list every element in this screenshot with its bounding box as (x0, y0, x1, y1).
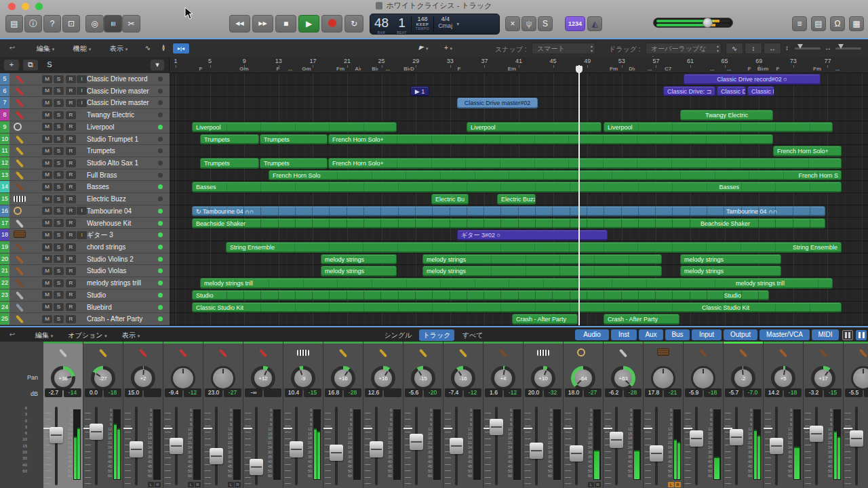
fader-handle[interactable] (810, 426, 823, 442)
track-row[interactable]: 16MSRITambourine 04 (0, 205, 170, 218)
track-name[interactable]: Studio Alto Sax 1 (87, 159, 138, 168)
record-enable-button[interactable]: R (66, 219, 76, 227)
waveform-zoom-button[interactable]: ∿ (726, 43, 743, 54)
filter-audio[interactable]: Audio (575, 329, 609, 340)
filter-output[interactable]: Output (724, 329, 757, 340)
region[interactable]: melody strings (680, 266, 781, 277)
region[interactable]: Classic D (717, 86, 746, 97)
fader-handle[interactable] (210, 448, 223, 464)
menu-edit[interactable]: 編集 ▾ (28, 43, 62, 54)
record-button[interactable] (321, 15, 342, 33)
solo-button[interactable]: S (54, 267, 64, 275)
filter-midi[interactable]: MIDI (812, 329, 839, 340)
input-monitor-button[interactable]: I (77, 231, 87, 239)
fader-handle[interactable] (490, 419, 503, 435)
smart-controls-button[interactable]: ◎ (85, 15, 104, 33)
pan-knob[interactable]: +17 (811, 366, 835, 390)
vertical-zoom-thumb[interactable] (797, 44, 803, 49)
track-row[interactable]: 13MSRFull Brass (0, 169, 170, 182)
volume-value[interactable]: -9.4 (165, 388, 182, 397)
mute-button[interactable]: M (42, 219, 52, 227)
volume-value[interactable]: 12.6 (365, 388, 382, 397)
channel-strip[interactable]: +12-∞0 3 6 9 12 15 18 21 24 30 35 40 45 … (243, 342, 283, 488)
volume-value[interactable]: 16.8 (325, 388, 342, 397)
fader-handle[interactable] (450, 438, 463, 454)
track-row[interactable]: 15MSRElectric Buzz (0, 193, 170, 205)
volume-value[interactable]: 0.0 (85, 388, 102, 397)
record-enable-button[interactable]: R (66, 243, 76, 251)
note-pad-button[interactable]: ▤ (811, 16, 826, 31)
mute-button[interactable]: M (42, 183, 52, 191)
mixer-menu-view[interactable]: 表示 ▾ (114, 329, 148, 341)
solo-button[interactable]: S (54, 147, 64, 155)
volume-value[interactable]: -5.5 (845, 388, 863, 397)
pan-knob[interactable]: +16 (371, 366, 395, 390)
track-row[interactable]: 14MSRBasses (0, 181, 170, 193)
pan-knob[interactable] (211, 366, 235, 390)
track-name[interactable]: Full Brass (87, 171, 117, 180)
quick-help-button[interactable]: ? (43, 15, 61, 33)
catch-playhead-button[interactable]: ▸|◂ (172, 43, 190, 54)
track-header-options-button[interactable]: ▾ (151, 60, 164, 70)
solo-button[interactable]: S (54, 207, 64, 215)
solo-button[interactable]: S (54, 99, 64, 107)
region[interactable]: Liverpool (604, 122, 833, 133)
mute-button[interactable]: M (42, 75, 52, 83)
solo-button[interactable]: S (54, 111, 64, 119)
volume-value[interactable]: 1.6 (485, 388, 502, 397)
record-enable-button[interactable]: R (66, 123, 76, 131)
metronome-button[interactable]: ◭ (587, 16, 602, 31)
solo-button[interactable]: S (54, 219, 64, 227)
fader-handle[interactable] (290, 441, 303, 458)
record-enable-button[interactable]: R (66, 183, 76, 191)
duplicate-track-button[interactable]: ⧉ (23, 60, 38, 70)
pan-knob[interactable]: +2 (131, 366, 155, 390)
track-row[interactable]: 5MSRIClassic Drive record (0, 73, 170, 85)
flex-button[interactable]: ≬ (156, 43, 171, 54)
region[interactable]: ↻ Tambourine 04 ∩∩Tambourine 04 ∩∩ (192, 206, 825, 217)
record-enable-button[interactable]: R (66, 231, 76, 239)
record-enable-button[interactable]: R (66, 195, 76, 203)
tuner-button[interactable]: ψ (521, 16, 536, 31)
fader-handle[interactable] (90, 424, 103, 440)
playhead-pin[interactable] (576, 66, 583, 73)
solo-button[interactable]: S (54, 315, 64, 323)
pan-knob[interactable]: +12 (251, 366, 275, 390)
wide-channel-view-button[interactable] (856, 330, 867, 340)
volume-value[interactable]: -5.9 (685, 388, 703, 397)
track-name[interactable]: Tambourine 04 (87, 207, 132, 216)
channel-strip[interactable]: -15-5.6-200 3 6 9 12 15 18 21 24 30 35 4… (403, 342, 443, 488)
input-monitor-button[interactable]: I (77, 207, 87, 215)
channel-strip[interactable]: +1612.60 3 6 9 12 15 18 21 24 30 35 40 4… (363, 342, 403, 488)
mixer-tab-すべて[interactable]: すべて (457, 329, 488, 341)
region[interactable]: Trumpets (260, 134, 328, 145)
mixer-menu-edit[interactable]: 編集 ▾ (27, 329, 61, 341)
track-row[interactable]: 18MSRIギター 3 (0, 229, 170, 241)
track-row[interactable]: 7MSRIClassic Drive master (0, 97, 170, 109)
track-name[interactable]: Studio Violas (87, 266, 126, 276)
play-button[interactable]: ▶ (298, 15, 319, 33)
volume-value[interactable]: -5.7 (725, 388, 743, 397)
mute-button[interactable]: M (42, 303, 52, 311)
record-enable-button[interactable]: R (66, 207, 76, 215)
track-name[interactable]: Basses (87, 182, 109, 192)
channel-strip[interactable]: +215.00 3 6 9 12 15 18 21 24 30 35 40 45… (123, 342, 163, 488)
fader-handle[interactable] (410, 434, 423, 450)
region[interactable]: French Horn Solo+ (328, 134, 773, 145)
pointer-tool-button[interactable]: ◤ ▾ (412, 43, 435, 54)
volume-value[interactable]: 15.0 (125, 388, 142, 397)
region[interactable]: Crash - After Party (512, 314, 578, 325)
channel-strip[interactable]: -5.50 3 6 9 12 15 18 21 24 30 35 40 45 5… (844, 342, 868, 488)
track-name[interactable]: Trumpets (87, 146, 115, 156)
solo-button[interactable]: S (54, 255, 64, 263)
record-enable-button[interactable]: R (66, 315, 76, 323)
track-name[interactable]: Electric Buzz (87, 195, 126, 204)
channel-strip[interactable]: +63-6.2-280 3 6 9 12 15 18 21 24 30 35 4… (604, 342, 643, 488)
region[interactable]: melody strings (422, 266, 662, 277)
filter-bus[interactable]: Bus (665, 329, 690, 340)
pan-knob[interactable] (171, 366, 195, 390)
channel-strip[interactable]: 17.8-210 3 6 9 12 15 18 21 24 30 35 40 4… (644, 342, 683, 488)
channel-strip[interactable]: -16-7.4-120 3 6 9 12 15 18 21 24 30 35 4… (443, 342, 483, 488)
pan-knob[interactable]: +4 (491, 366, 515, 390)
menu-view[interactable]: 表示 ▾ (102, 43, 136, 54)
